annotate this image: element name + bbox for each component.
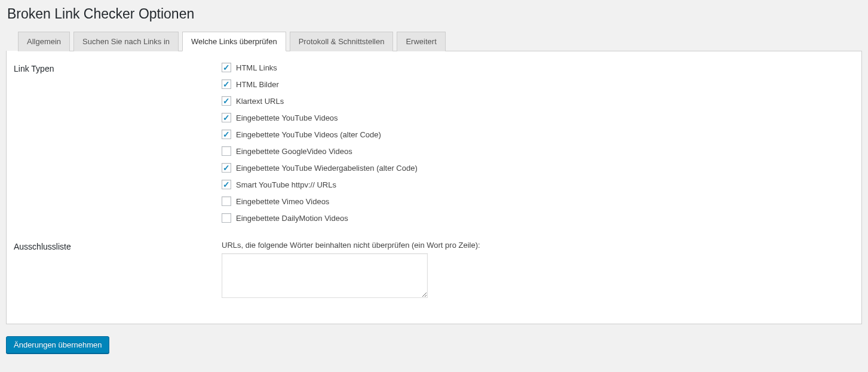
tab-which[interactable]: Welche Links überprüfen [182, 32, 286, 51]
exclusion-textarea[interactable] [222, 253, 428, 298]
checkbox-row-youtube-embed-old: Eingebettete YouTube Videos (alter Code) [222, 130, 855, 139]
checkbox-googlevideo[interactable] [222, 146, 231, 156]
checkbox-label-html-images[interactable]: HTML Bilder [236, 80, 279, 89]
checkbox-label-youtube-embed[interactable]: Eingebettete YouTube Videos [236, 113, 338, 122]
checkbox-youtube-embed[interactable] [222, 113, 231, 122]
checkbox-label-smart-youtube[interactable]: Smart YouTube httpv:// URLs [236, 180, 336, 189]
checkbox-html-images[interactable] [222, 79, 231, 89]
checkbox-vimeo[interactable] [222, 196, 231, 206]
tab-lookfor[interactable]: Suchen Sie nach Links in [73, 32, 179, 51]
section-heading-link-types: Link Typen [7, 63, 222, 223]
exclusion-description: URLs, die folgende Wörter beinhalten nic… [222, 241, 855, 250]
checkbox-label-dailymotion[interactable]: Eingebettete DailyMotion Videos [236, 214, 348, 223]
checkbox-row-dailymotion: Eingebettete DailyMotion Videos [222, 213, 855, 223]
link-types-list: HTML LinksHTML BilderKlartext URLsEingeb… [222, 63, 855, 223]
save-button[interactable]: Änderungen übernehmen [6, 336, 109, 353]
checkbox-html-links[interactable] [222, 63, 231, 72]
checkbox-smart-youtube[interactable] [222, 180, 231, 189]
page-title: Broken Link Checker Optionen [6, 0, 862, 31]
tabs-nav: AllgemeinSuchen Sie nach Links inWelche … [18, 31, 862, 51]
tab-protocol[interactable]: Protokoll & Schnittstellen [290, 32, 394, 51]
checkbox-row-youtube-embed: Eingebettete YouTube Videos [222, 113, 855, 122]
checkbox-row-youtube-playlists-old: Eingebettete YouTube Wiedergabelisten (a… [222, 163, 855, 173]
tab-advanced[interactable]: Erweitert [397, 32, 445, 51]
checkbox-label-plaintext-urls[interactable]: Klartext URLs [236, 97, 284, 106]
checkbox-row-html-links: HTML Links [222, 63, 855, 72]
checkbox-row-vimeo: Eingebettete Vimeo Videos [222, 196, 855, 206]
checkbox-label-vimeo[interactable]: Eingebettete Vimeo Videos [236, 197, 329, 206]
checkbox-dailymotion[interactable] [222, 213, 231, 223]
checkbox-row-googlevideo: Eingebettete GoogleVideo Videos [222, 146, 855, 156]
tab-panel-which-links: Link Typen HTML LinksHTML BilderKlartext… [6, 51, 862, 324]
checkbox-label-youtube-playlists-old[interactable]: Eingebettete YouTube Wiedergabelisten (a… [236, 164, 418, 173]
checkbox-row-plaintext-urls: Klartext URLs [222, 96, 855, 106]
checkbox-youtube-playlists-old[interactable] [222, 163, 231, 173]
checkbox-row-html-images: HTML Bilder [222, 79, 855, 89]
section-heading-exclusion: Ausschlussliste [7, 241, 222, 300]
tab-general[interactable]: Allgemein [18, 32, 70, 51]
checkbox-label-youtube-embed-old[interactable]: Eingebettete YouTube Videos (alter Code) [236, 130, 381, 139]
checkbox-row-smart-youtube: Smart YouTube httpv:// URLs [222, 180, 855, 189]
checkbox-label-html-links[interactable]: HTML Links [236, 63, 277, 72]
checkbox-plaintext-urls[interactable] [222, 96, 231, 106]
checkbox-label-googlevideo[interactable]: Eingebettete GoogleVideo Videos [236, 147, 352, 156]
checkbox-youtube-embed-old[interactable] [222, 130, 231, 139]
